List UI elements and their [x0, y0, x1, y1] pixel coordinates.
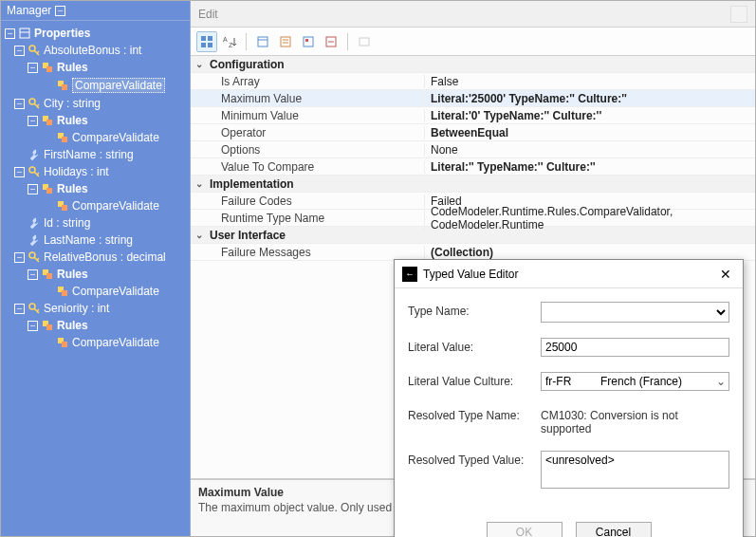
close-icon[interactable]	[730, 6, 747, 23]
propgrid-row[interactable]: Is ArrayFalse	[191, 73, 755, 90]
tb-icon-6[interactable]	[321, 31, 341, 52]
chevron-down-icon: ⌄	[713, 375, 728, 388]
tb-icon-4[interactable]	[275, 31, 296, 52]
edit-header-label: Edit	[198, 8, 218, 21]
propgrid-prop-name: Operator	[208, 126, 424, 139]
propgrid-row[interactable]: Runtime Type NameCodeModeler.Runtime.Rul…	[191, 210, 755, 227]
rules-icon	[41, 319, 54, 332]
chevron-down-icon[interactable]: ⌄	[191, 230, 208, 240]
tree-root-properties[interactable]: –Properties	[1, 25, 190, 42]
tb-icon-7[interactable]	[354, 31, 375, 52]
chevron-down-icon[interactable]: ⌄	[191, 59, 208, 69]
tree-rules[interactable]: –Rules	[1, 112, 190, 129]
propgrid-row[interactable]: OptionsNone	[191, 141, 755, 158]
propgrid-prop-value[interactable]: None	[424, 143, 755, 157]
resolved-value-output: <unresolved>	[541, 451, 729, 489]
rules-icon	[56, 199, 69, 213]
alphabetical-icon[interactable]: AZ	[219, 31, 240, 52]
expander-icon[interactable]: –	[14, 167, 25, 177]
tree-rules[interactable]: –Rules	[1, 266, 190, 283]
rules-icon	[41, 182, 54, 195]
expander-icon[interactable]: –	[14, 99, 25, 109]
propgrid-prop-value[interactable]: Literal:'25000' TypeName:'' Culture:''	[424, 92, 755, 105]
expander-icon[interactable]: –	[14, 304, 25, 314]
propgrid-prop-value[interactable]: Literal:'' TypeName:'' Culture:''	[424, 160, 755, 174]
expander-icon[interactable]: –	[28, 184, 38, 194]
svg-rect-38	[208, 36, 212, 41]
tree-rule-comparevalidate[interactable]: CompareValidate	[1, 129, 190, 146]
key-icon	[28, 97, 41, 110]
propgrid-row[interactable]: Value To CompareLiteral:'' TypeName:'' C…	[191, 158, 755, 176]
expander-icon[interactable]: –	[28, 321, 38, 331]
tb-icon-5[interactable]	[298, 31, 319, 52]
rules-icon	[56, 336, 69, 349]
svg-rect-13	[46, 120, 52, 125]
rules-icon	[56, 79, 69, 92]
tree-rules[interactable]: –Rules	[1, 180, 190, 197]
tree-property[interactable]: –Seniority : int	[1, 300, 190, 317]
svg-line-4	[37, 51, 39, 53]
propgrid-category[interactable]: ⌄Implementation	[191, 176, 755, 193]
svg-text:A: A	[223, 36, 228, 43]
literal-value-input[interactable]	[541, 338, 729, 357]
manager-tree[interactable]: –Properties–AbsoluteBonus : int–RulesCom…	[1, 21, 190, 536]
tree-property[interactable]: FirstName : string	[1, 146, 190, 163]
tb-icon-3[interactable]	[252, 31, 273, 52]
tree-property[interactable]: –RelativeBonus : decimal	[1, 249, 190, 266]
propgrid-prop-value[interactable]: (Collection)	[424, 246, 755, 259]
tree-property[interactable]: –AbsoluteBonus : int	[1, 42, 190, 59]
ok-button[interactable]: OK	[487, 522, 562, 537]
dialog-titlebar[interactable]: ← Typed Value Editor ✕	[395, 260, 743, 288]
key-icon	[28, 302, 41, 315]
expander-icon[interactable]: –	[5, 28, 15, 39]
propgrid-row[interactable]: OperatorBetweenEqual	[191, 124, 755, 141]
manager-title-bar: Manager –	[1, 1, 190, 21]
propgrid-prop-name: Is Array	[208, 75, 424, 88]
propgrid-prop-value[interactable]: CodeModeler.Runtime.Rules.CompareValidat…	[424, 205, 755, 231]
svg-line-18	[37, 173, 39, 175]
propgrid-prop-value[interactable]: False	[424, 75, 755, 88]
propgrid-row[interactable]: Maximum ValueLiteral:'25000' TypeName:''…	[191, 90, 755, 107]
propgrid-prop-value[interactable]: Literal:'0' TypeName:'' Culture:''	[424, 109, 755, 122]
rules-icon	[41, 268, 54, 281]
propgrid-row[interactable]: Minimum ValueLiteral:'0' TypeName:'' Cul…	[191, 107, 755, 124]
svg-rect-27	[46, 273, 52, 279]
propgrid-prop-value[interactable]: BetweenEqual	[424, 126, 755, 139]
culture-select[interactable]: fr-FR French (France) ⌄	[541, 372, 729, 391]
wrench-icon	[28, 233, 41, 247]
collapse-icon[interactable]: –	[55, 6, 65, 16]
tree-property[interactable]: –Holidays : int	[1, 163, 190, 180]
properties-icon	[18, 27, 31, 40]
expander-icon[interactable]: –	[14, 46, 25, 56]
literal-value-label: Literal Value:	[408, 338, 541, 354]
svg-rect-52	[360, 38, 369, 46]
expander-icon[interactable]: –	[28, 269, 38, 280]
key-icon	[28, 44, 41, 57]
wrench-icon	[28, 216, 41, 230]
rules-icon	[41, 61, 54, 74]
cancel-button[interactable]: Cancel	[576, 522, 652, 537]
tree-rule-comparevalidate[interactable]: CompareValidate	[1, 334, 190, 351]
tree-rules[interactable]: –Rules	[1, 317, 190, 334]
expander-icon[interactable]: –	[28, 63, 38, 73]
propgrid-prop-name: Options	[208, 143, 424, 157]
svg-rect-36	[62, 342, 67, 347]
tree-property[interactable]: –City : string	[1, 95, 190, 112]
propgrid-category[interactable]: ⌄Configuration	[191, 56, 755, 73]
tree-property[interactable]: Id : string	[1, 214, 190, 231]
expander-icon[interactable]: –	[14, 252, 25, 263]
tree-rule-comparevalidate[interactable]: CompareValidate	[1, 76, 190, 95]
chevron-down-icon[interactable]: ⌄	[191, 178, 208, 189]
tree-rules[interactable]: –Rules	[1, 59, 190, 76]
categorized-icon[interactable]	[196, 31, 217, 52]
svg-line-11	[37, 104, 39, 106]
tree-rule-comparevalidate[interactable]: CompareValidate	[1, 197, 190, 214]
tree-property[interactable]: LastName : string	[1, 231, 190, 249]
dialog-title: Typed Value Editor	[423, 268, 716, 281]
type-name-select[interactable]	[541, 302, 729, 323]
expander-icon[interactable]: –	[28, 116, 38, 126]
rules-icon	[56, 131, 69, 144]
literal-culture-label: Literal Value Culture:	[408, 372, 541, 388]
tree-rule-comparevalidate[interactable]: CompareValidate	[1, 283, 190, 300]
dialog-close-icon[interactable]: ✕	[716, 267, 735, 282]
